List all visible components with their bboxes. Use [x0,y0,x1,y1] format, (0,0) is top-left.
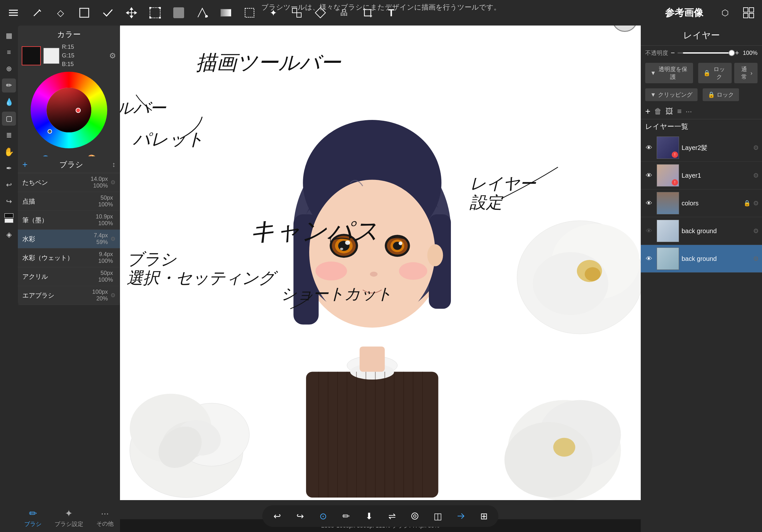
move-icon[interactable] [124,6,138,20]
brush-item-airbrush[interactable]: エアブラシ 100px20% ⚙ [18,286,120,305]
arrange-icon[interactable]: ≣ [2,128,16,142]
other-icon: ··· [101,508,109,519]
overlay-button[interactable]: ◫ [429,508,446,524]
opacity-slider-knob[interactable] [728,50,735,56]
svg-point-88 [412,513,418,519]
svg-point-37 [504,422,592,498]
brush-gear-suisai[interactable]: ⚙ [111,235,115,242]
color-wheel[interactable] [31,72,107,148]
zoom-icon[interactable]: ⊕ [2,62,16,76]
gradient-icon[interactable] [219,6,233,20]
transform-icon[interactable] [148,6,162,20]
brush-size-tachpen: 14.0px100% [91,176,108,189]
delete-layer-button[interactable]: 🗑 [654,107,662,116]
canvas-area[interactable]: 描画ツールバー パレット キャンパス ブラシ 選択・セッティング ショートカット… [120,26,641,500]
brush-tool-icon[interactable] [30,6,44,20]
undo-canvas-button[interactable]: ↩ [269,508,285,524]
reference-title: 参考画像 [665,6,703,20]
eyedropper-icon[interactable]: ✒ [2,162,16,175]
list-left-icon[interactable]: ≡ [2,45,16,59]
color-wheel-selector2[interactable] [47,129,52,134]
layer-gear-bg[interactable]: ⚙ [753,227,759,235]
protect-transparency-button[interactable]: ▼ 透明度を保護 [645,63,693,83]
hand-icon[interactable]: ✋ [2,145,16,159]
3d-icon[interactable]: ⬡ [718,6,732,20]
layer-item-bg2[interactable]: 👁 back ground ⚙ [641,245,762,273]
brush-left-icon[interactable]: ✏ [2,79,16,93]
layer-eye-bg[interactable]: 👁 [644,226,654,236]
import-button[interactable]: ⬇ [360,508,377,524]
opacity-plus-button[interactable]: + [735,49,739,57]
eraser-icon[interactable]: ◇ [54,6,68,20]
layer-eye-layer1[interactable]: 👁 [644,170,654,180]
layer-item-bg[interactable]: 👁 back ground ⚙ [641,217,762,245]
undo-left-icon[interactable]: ↩ [2,178,16,192]
canvas-icon[interactable]: ▢ [2,112,16,126]
foreground-color-swatch[interactable] [22,46,41,65]
brush-size-suisai-wet: 9.4px100% [98,251,113,264]
layer-gear-bg2[interactable]: ⚙ [753,255,759,262]
bottom-tool-other[interactable]: ··· その他 [96,508,114,528]
image-layer-button[interactable]: 🖼 [666,107,673,116]
brush-item-pointdraw[interactable]: 点描 50px100% [18,192,120,211]
brush-gear-tachpen[interactable]: ⚙ [111,179,115,186]
layer-lock-button[interactable]: 🔒 ロック [703,88,739,101]
layer-gear-colors[interactable]: ⚙ [753,199,759,207]
color-wheel-selector[interactable] [76,108,81,113]
color-rgb-values: R:15 G:15 B:15 [62,43,74,69]
share-button[interactable] [452,508,469,524]
selection-icon[interactable] [243,6,257,20]
redo-canvas-button[interactable]: ↪ [292,508,308,524]
opacity-slider[interactable] [677,52,732,54]
list-layer-button[interactable]: ≡ [677,107,682,116]
opacity-minus-button[interactable]: − [671,49,675,57]
bottom-tool-brush[interactable]: ✏ ブラシ [24,508,41,528]
brush-item-suisai-wet[interactable]: 水彩（ウェット） 9.4px100% [18,248,120,267]
fill-icon[interactable] [195,6,209,20]
checkmark-icon[interactable] [101,6,115,20]
brush-item-fude[interactable]: 筆（墨） 10.9px100% [18,211,120,230]
fill-color-icon[interactable] [172,6,186,20]
brush-sort-icon[interactable]: ↕ [112,161,115,169]
brush-gear-airbrush[interactable]: ⚙ [111,292,115,299]
layer-eye-layer2hair[interactable]: 👁 [644,143,654,153]
clipping-button[interactable]: ▼ クリッピング [645,88,698,101]
lock-layer-button[interactable]: 🔒 ロック [698,63,732,83]
layers-left-icon[interactable]: ▦ [2,29,16,43]
color-fill-left-icon[interactable] [2,211,16,225]
picker-icon[interactable]: 💧 [2,95,16,109]
clip-row: ▼ クリッピング 🔒 ロック [641,86,762,104]
grid-canvas-button[interactable]: ⊞ [476,508,492,524]
svg-text:描画ツールバー: 描画ツールバー [196,51,342,74]
more-layer-button[interactable]: ··· [685,107,692,116]
add-layer-button[interactable]: + [645,106,650,116]
brush-item-suisai[interactable]: 水彩 7.4px59% ⚙ [18,230,120,248]
color-wheel-container[interactable] [31,72,107,148]
layer-name-colors: colors [682,200,741,207]
layer-gear-layer1[interactable]: ⚙ [753,171,759,179]
menu-icon[interactable] [6,6,21,20]
pen-canvas-button[interactable]: ✏ [338,508,354,524]
bottom-tool-brush-settings[interactable]: ✦ ブラシ設定 [54,508,83,528]
layer-eye-bg2[interactable]: 👁 [644,253,654,264]
add-brush-button[interactable]: + [22,160,28,170]
flip-button[interactable]: ⇌ [384,508,400,524]
layer-item-colors[interactable]: 👁 colors 🔒 ⚙ [641,189,762,217]
layer-item-layer2hair[interactable]: 👁 ! Layer2髪 ⚙ [641,134,762,162]
brush-item-tachpen[interactable]: たちペン 14.0px100% ⚙ [18,173,120,192]
panel-settings-icon[interactable] [741,6,756,20]
blend-mode-button[interactable]: 通常 › [734,63,758,83]
color-palette-left-icon[interactable]: ◈ [2,228,16,242]
background-color-swatch[interactable] [43,48,59,64]
layer-gear-layer2hair[interactable]: ⚙ [753,144,759,152]
ruler-canvas-button[interactable] [407,508,423,524]
layer-item-layer1[interactable]: 👁 ! Layer1 ⚙ [641,162,762,189]
layer-eye-colors[interactable]: 👁 [644,198,654,208]
color-wheel-inner[interactable] [46,88,91,132]
brush-item-acrylic[interactable]: アクリル 50px100% [18,267,120,286]
color-settings-icon[interactable]: ⚙ [109,51,116,60]
lasso-tool-button[interactable]: ⊙ [315,508,331,524]
svg-marker-7 [130,16,133,18]
redo-left-icon[interactable]: ↪ [2,195,16,209]
rectangle-icon[interactable] [77,6,91,20]
